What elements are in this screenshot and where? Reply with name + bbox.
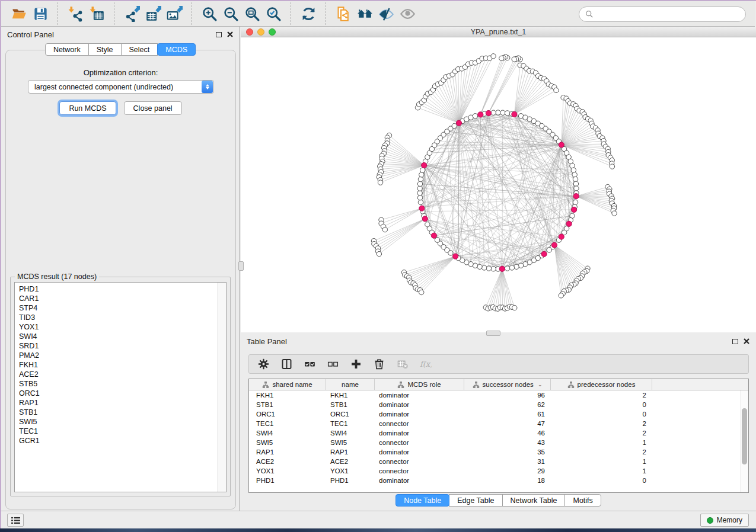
float-table-panel-button[interactable]: [732, 339, 738, 344]
mcds-result-node[interactable]: GCR1: [19, 436, 226, 446]
select-all-columns-button[interactable]: [302, 357, 317, 371]
mcds-result-node[interactable]: ACE2: [19, 370, 226, 379]
mcds-result-node[interactable]: SRD1: [19, 341, 226, 351]
search-box[interactable]: [579, 7, 746, 22]
cell-predecessor-nodes: 0: [551, 477, 652, 484]
mcds-result-list[interactable]: PHD1CAR1STP4TID3YOX1SWI4SRD1PMA2FKH1ACE2…: [14, 282, 227, 492]
mcds-result-node[interactable]: YOX1: [19, 322, 226, 332]
mcds-result-node[interactable]: RAP1: [19, 398, 226, 408]
add-column-button[interactable]: [349, 357, 363, 371]
toolbar-separator: [114, 2, 114, 25]
cell-MCDS-role: connector: [375, 439, 464, 446]
table-row[interactable]: RAP1RAP1dominator352: [249, 447, 748, 457]
close-table-panel-button[interactable]: [743, 338, 750, 345]
import-table-button[interactable]: [86, 3, 107, 24]
mcds-result-node[interactable]: TID3: [19, 313, 226, 322]
unselect-all-columns-button[interactable]: [326, 357, 340, 371]
mcds-result-node[interactable]: SWI4: [19, 332, 226, 341]
mcds-list-scrollbar[interactable]: [218, 283, 226, 492]
first-neighbors-button[interactable]: [354, 3, 375, 24]
table-tab-motifs[interactable]: Motifs: [564, 494, 601, 507]
vertical-splitter-grip[interactable]: [238, 261, 244, 271]
table-scrollbar-thumb[interactable]: [742, 408, 747, 464]
mcds-result-node[interactable]: STB5: [19, 379, 226, 389]
export-table-button[interactable]: [142, 3, 164, 24]
new-network-from-selection-button[interactable]: [333, 3, 354, 24]
column-header-MCDS-role[interactable]: MCDS role: [375, 379, 464, 390]
memory-button[interactable]: Memory: [700, 514, 749, 527]
network-window-titlebar[interactable]: YPA_prune.txt_1: [241, 27, 756, 37]
show-panels-list-button[interactable]: [7, 514, 24, 527]
float-panel-button[interactable]: [216, 32, 222, 37]
cell-shared-name: RAP1: [249, 448, 326, 456]
table-delete-icon: [396, 358, 409, 370]
tree-icon: [567, 381, 575, 388]
optimization-criterion-select[interactable]: largest connected component (undirected): [28, 80, 214, 94]
zoom-in-button[interactable]: [199, 3, 220, 24]
toggle-columns-button[interactable]: [279, 357, 294, 371]
table-row[interactable]: TEC1TEC1connector472: [249, 419, 748, 428]
save-session-button[interactable]: [30, 3, 51, 24]
function-builder-button[interactable]: f(x): [418, 357, 432, 371]
zoom-out-button[interactable]: [220, 3, 241, 24]
zoom-selected-button[interactable]: [263, 3, 284, 24]
column-header-name[interactable]: name: [326, 379, 375, 390]
delete-column-button[interactable]: [372, 357, 386, 371]
table-row[interactable]: FKH1FKH1dominator962: [249, 390, 748, 400]
mcds-buttons-row: Run MCDS Close panel: [6, 101, 235, 115]
close-panel-action-button[interactable]: Close panel: [124, 101, 182, 115]
export-network-button[interactable]: [121, 3, 142, 24]
search-input[interactable]: [597, 10, 739, 18]
column-header-shared-name[interactable]: shared name: [249, 379, 326, 390]
tab-style[interactable]: Style: [88, 43, 122, 56]
zoom-fit-button[interactable]: [241, 3, 263, 24]
table-row[interactable]: PHD1PHD1dominator180: [249, 476, 748, 485]
import-network-button[interactable]: [65, 3, 86, 24]
cell-MCDS-role: dominator: [375, 477, 464, 484]
table-settings-button[interactable]: [256, 357, 270, 371]
table-tab-edge-table[interactable]: Edge Table: [449, 494, 502, 507]
column-header-predecessor-nodes[interactable]: predecessor nodes: [551, 379, 652, 390]
apply-layout-button[interactable]: [298, 3, 319, 24]
network-graph: [241, 37, 756, 332]
table-row[interactable]: ORC1ORC1dominator610: [249, 409, 748, 419]
mcds-result-node[interactable]: PMA2: [19, 351, 226, 360]
show-all-button[interactable]: [397, 3, 418, 24]
network-canvas[interactable]: [241, 37, 756, 332]
table-row[interactable]: YOX1YOX1connector291: [249, 466, 748, 476]
mcds-result-node[interactable]: STB1: [19, 408, 226, 417]
table-row[interactable]: SWI4SWI4dominator462: [249, 428, 748, 438]
mcds-result-node[interactable]: STP4: [19, 303, 226, 313]
mcds-result-node[interactable]: CAR1: [19, 294, 226, 303]
table-scrollbar[interactable]: [741, 390, 748, 492]
mcds-result-node[interactable]: FKH1: [19, 360, 226, 370]
cell-shared-name: TEC1: [249, 420, 326, 427]
horizontal-splitter-grip[interactable]: [486, 331, 500, 336]
open-file-button[interactable]: [8, 3, 30, 24]
tab-mcds[interactable]: MCDS: [157, 43, 196, 56]
list-icon: [11, 517, 21, 524]
close-icon: [743, 338, 750, 345]
table-row[interactable]: ACE2ACE2connector311: [249, 457, 748, 466]
run-mcds-button[interactable]: Run MCDS: [59, 101, 116, 115]
cell-name: PHD1: [326, 477, 375, 484]
tab-select[interactable]: Select: [121, 43, 158, 56]
mcds-result-node[interactable]: TEC1: [19, 427, 226, 436]
tab-network[interactable]: Network: [45, 43, 89, 56]
table-tab-network-table[interactable]: Network Table: [502, 494, 566, 507]
zoom-out-icon: [223, 6, 239, 22]
hide-selected-button[interactable]: [375, 3, 397, 24]
mcds-result-node[interactable]: SWI5: [19, 417, 226, 427]
export-image-button[interactable]: [164, 3, 185, 24]
node-table[interactable]: shared namenameMCDS rolesuccessor nodes⌄…: [248, 379, 749, 493]
status-bar: Memory: [1, 511, 756, 528]
table-row[interactable]: SWI5SWI5connector431: [249, 438, 748, 447]
column-header-successor-nodes[interactable]: successor nodes⌄: [464, 379, 551, 390]
mcds-result-node[interactable]: PHD1: [19, 284, 226, 294]
close-panel-button[interactable]: [227, 31, 234, 38]
delete-table-button[interactable]: [395, 357, 409, 371]
mcds-result-node[interactable]: ORC1: [19, 389, 226, 398]
table-tab-node-table[interactable]: Node Table: [395, 494, 449, 507]
table-row[interactable]: STB1STB1dominator620: [249, 400, 748, 409]
cell-shared-name: PHD1: [249, 477, 326, 484]
